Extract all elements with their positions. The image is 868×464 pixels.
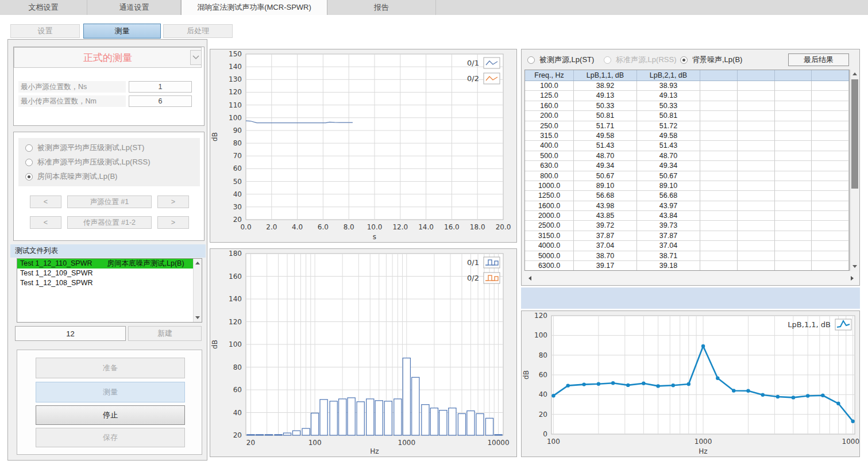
table-horizontal-scrollbar[interactable] bbox=[523, 271, 859, 285]
table-row[interactable]: 630.049.3449.34 bbox=[525, 161, 849, 171]
scroll-up-icon[interactable] bbox=[851, 70, 859, 78]
stop-button[interactable]: 停止 bbox=[36, 405, 185, 425]
table-row[interactable]: 400.051.4351.43 bbox=[525, 141, 849, 151]
radio-circle-icon[interactable] bbox=[25, 173, 33, 181]
subtab-settings[interactable]: 设置 bbox=[10, 24, 80, 38]
scroll-left-icon[interactable] bbox=[526, 274, 534, 282]
table-row[interactable]: 4000.037.0437.04 bbox=[525, 241, 849, 251]
scroll-down-icon[interactable] bbox=[851, 262, 859, 271]
result-radio-lp-rss[interactable]: 标准声源,Lp(RSS) bbox=[604, 55, 676, 65]
table-header-cell[interactable] bbox=[700, 70, 738, 80]
table-row[interactable]: 6300.039.1739.18 bbox=[525, 261, 849, 271]
svg-text:100: 100 bbox=[229, 340, 242, 348]
table-row[interactable]: 500.048.7048.70 bbox=[525, 151, 849, 161]
table-header-cell[interactable]: LpB,1,1, dB bbox=[574, 70, 637, 80]
subtab-postprocess[interactable]: 后处理 bbox=[163, 24, 233, 38]
tab-channel-settings[interactable]: 通道设置 bbox=[88, 0, 181, 15]
svg-text:s: s bbox=[373, 233, 376, 241]
list-item[interactable]: Test 1_12_110_SPWR房间本底噪声测试,Lp(B) bbox=[17, 259, 202, 269]
radio-circle-icon[interactable] bbox=[25, 144, 33, 152]
radio-lp-b[interactable]: 房间本底噪声测试,Lp(B) bbox=[25, 171, 117, 182]
table-row[interactable]: 160.050.3350.33 bbox=[525, 101, 849, 111]
result-spectrum-chart: 020406080100120100100010000HzdBLpB,1,1, … bbox=[521, 310, 860, 457]
subtab-measure[interactable]: 测量 bbox=[83, 24, 161, 39]
min-mic-positions-field[interactable]: 6 bbox=[129, 95, 192, 107]
table-row[interactable]: 200.050.8150.81 bbox=[525, 111, 849, 121]
table-row[interactable]: 3150.037.8737.87 bbox=[525, 231, 849, 241]
table-cell: 160.0 bbox=[525, 101, 574, 111]
table-row[interactable]: 1250.056.6856.68 bbox=[525, 191, 849, 201]
tab-report[interactable]: 报告 bbox=[327, 0, 436, 15]
table-vertical-scrollbar[interactable] bbox=[850, 70, 859, 271]
tab-mcr-spwr[interactable]: 混响室法测试声功率(MCR-SPWR) bbox=[181, 0, 327, 15]
source-position-next-button[interactable]: > bbox=[157, 195, 189, 208]
table-header-cell[interactable] bbox=[738, 70, 775, 80]
radio-lp-rss[interactable]: 标准声源平均声压级测试,Lp(RSS) bbox=[25, 157, 150, 167]
table-header-cell[interactable] bbox=[775, 70, 812, 80]
table-cell bbox=[775, 261, 812, 271]
radio-label: 房间本底噪声测试,Lp(B) bbox=[37, 171, 117, 182]
save-button[interactable]: 保存 bbox=[36, 428, 185, 447]
table-row[interactable]: 1600.043.9843.97 bbox=[525, 201, 849, 211]
table-cell: 400.0 bbox=[525, 141, 574, 151]
table-cell: 43.85 bbox=[574, 211, 637, 221]
table-cell: 43.98 bbox=[574, 201, 637, 211]
measure-button[interactable]: 测量 bbox=[36, 382, 185, 402]
table-cell bbox=[812, 101, 849, 111]
new-file-button[interactable]: 新建 bbox=[128, 326, 202, 341]
table-cell bbox=[775, 161, 812, 171]
table-cell: 51.72 bbox=[637, 121, 700, 131]
list-item[interactable]: Test 1_12_108_SPWR bbox=[17, 278, 202, 288]
prepare-button[interactable]: 准备 bbox=[36, 358, 185, 378]
svg-text:0.0: 0.0 bbox=[240, 223, 251, 231]
mic-position-prev-button[interactable]: < bbox=[30, 216, 61, 229]
table-cell bbox=[775, 231, 812, 241]
svg-text:20: 20 bbox=[246, 439, 255, 447]
result-radio-lp-b[interactable]: 背景噪声,Lp(B) bbox=[680, 55, 742, 65]
table-header-cell[interactable]: Freq., Hz bbox=[525, 70, 574, 80]
table-row[interactable]: 125.049.1349.13 bbox=[525, 91, 849, 101]
table-cell bbox=[775, 171, 812, 181]
table-row[interactable]: 250.051.7151.72 bbox=[525, 121, 849, 131]
table-cell: 39.17 bbox=[574, 261, 637, 271]
test-file-list[interactable]: Test 1_12_110_SPWR房间本底噪声测试,Lp(B)Test 1_1… bbox=[17, 258, 202, 323]
time-history-canvas: 20304050607080901001101201301401500.02.0… bbox=[210, 49, 516, 242]
scrollbar-thumb[interactable] bbox=[851, 79, 858, 189]
table-row[interactable]: 2500.039.7239.73 bbox=[525, 221, 849, 231]
list-scrollbar[interactable] bbox=[193, 259, 202, 322]
tab-document-settings[interactable]: 文档设置 bbox=[0, 0, 87, 15]
table-cell: 51.43 bbox=[574, 141, 637, 151]
table-cell bbox=[738, 101, 775, 111]
table-row[interactable]: 315.049.5849.58 bbox=[525, 131, 849, 141]
mic-position-button[interactable]: 传声器位置 #1-2 bbox=[67, 216, 152, 229]
table-header-row: Freq., HzLpB,1,1, dBLpB,2,1, dB bbox=[525, 70, 849, 81]
table-header-cell[interactable] bbox=[812, 70, 849, 80]
scroll-down-icon[interactable] bbox=[194, 313, 202, 322]
table-header-cell[interactable]: LpB,2,1, dB bbox=[637, 70, 700, 80]
source-position-prev-button[interactable]: < bbox=[30, 195, 61, 208]
measure-mode-dropdown[interactable]: 正式的测量 bbox=[14, 47, 202, 68]
table-row[interactable]: 800.050.6750.67 bbox=[525, 171, 849, 181]
svg-text:80: 80 bbox=[233, 363, 242, 371]
table-row[interactable]: 100.038.9238.93 bbox=[525, 81, 849, 91]
radio-circle-icon[interactable] bbox=[25, 159, 33, 166]
table-cell bbox=[775, 251, 812, 261]
table-row[interactable]: 5000.038.7038.71 bbox=[525, 251, 849, 261]
chevron-down-icon[interactable] bbox=[190, 50, 202, 65]
radio-circle-icon[interactable] bbox=[604, 56, 611, 64]
table-row[interactable]: 1000.089.1089.10 bbox=[525, 181, 849, 191]
final-result-button[interactable]: 最后结果 bbox=[788, 53, 849, 66]
list-item[interactable]: Test 1_12_109_SPWR bbox=[17, 269, 202, 278]
result-radio-lp-st[interactable]: 被测声源,Lp(ST) bbox=[527, 55, 594, 65]
min-source-positions-field[interactable]: 1 bbox=[129, 81, 192, 93]
source-position-button[interactable]: 声源位置 #1 bbox=[67, 195, 152, 208]
file-count-button[interactable]: 12 bbox=[15, 326, 126, 341]
radio-circle-icon[interactable] bbox=[680, 56, 688, 64]
table-cell bbox=[700, 101, 738, 111]
scroll-up-icon[interactable] bbox=[194, 259, 202, 267]
scroll-right-icon[interactable] bbox=[848, 274, 857, 282]
table-row[interactable]: 2000.043.8543.84 bbox=[525, 211, 849, 221]
mic-position-next-button[interactable]: > bbox=[157, 216, 189, 229]
radio-lp-st[interactable]: 被测声源平均声压级测试,Lp(ST) bbox=[25, 143, 144, 153]
radio-circle-icon[interactable] bbox=[527, 56, 535, 64]
